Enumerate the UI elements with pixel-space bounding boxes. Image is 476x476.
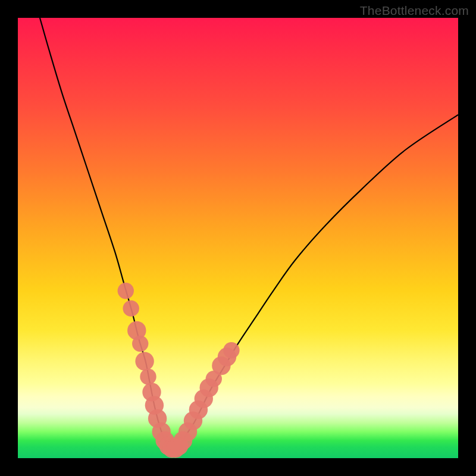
bottleneck-curve — [40, 18, 458, 450]
chart-svg — [18, 18, 458, 458]
marker-right-band-top-c — [223, 342, 239, 358]
marker-left-band-d — [140, 368, 156, 384]
marker-left-band-upper — [123, 300, 139, 317]
curve-group — [40, 18, 458, 450]
plot-area — [18, 18, 458, 458]
chart-frame: TheBottleneck.com — [0, 0, 476, 476]
watermark-label: TheBottleneck.com — [360, 4, 469, 18]
marker-left-band-c — [135, 352, 154, 371]
data-markers — [118, 283, 240, 458]
marker-left-band-top — [118, 283, 134, 299]
marker-left-band-b — [132, 336, 148, 352]
